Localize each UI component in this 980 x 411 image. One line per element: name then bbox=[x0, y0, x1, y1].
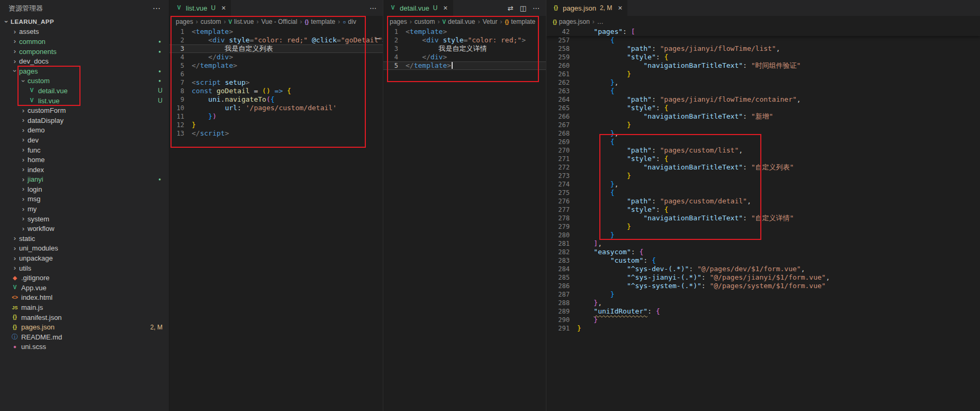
tree-item-workflow[interactable]: ›workflow bbox=[0, 224, 169, 234]
tree-item-customForm[interactable]: ›customForm bbox=[0, 105, 169, 115]
tree-item-static[interactable]: ›static bbox=[0, 234, 169, 244]
tree-item-list.vue[interactable]: Vlist.vueU bbox=[0, 96, 169, 106]
breadcrumb-item[interactable]: custom bbox=[201, 18, 221, 25]
code-line-12[interactable]: 12} bbox=[169, 121, 383, 129]
code-line-3[interactable]: 3 我是自定义详情 bbox=[383, 44, 546, 53]
tree-item-dev_docs[interactable]: ›dev_docs bbox=[0, 56, 169, 66]
code-line-4[interactable]: 4 </div> bbox=[383, 53, 546, 61]
code-line-289[interactable]: 289 "uniIdRouter": { bbox=[546, 307, 980, 316]
code-line-278[interactable]: 278 "navigationBarTitleText": "自定义详情" bbox=[546, 214, 980, 222]
more-actions-icon[interactable]: ⋯ bbox=[370, 4, 376, 12]
code-line-3[interactable]: 3 我是自定义列表 bbox=[169, 44, 383, 53]
tree-item-pages[interactable]: ›pages● bbox=[0, 66, 169, 76]
code-line-264[interactable]: 264 "path": "pages/jianyi/flowTime/conta… bbox=[546, 95, 980, 104]
close-icon[interactable]: × bbox=[443, 4, 447, 12]
code-line-282[interactable]: 282 "easycom": { bbox=[546, 248, 980, 256]
code-line-260[interactable]: 260 "navigationBarTitleText": "时间组件验证" bbox=[546, 61, 980, 70]
code-line-273[interactable]: 273 } bbox=[546, 172, 980, 180]
code-line-272[interactable]: 272 "navigationBarTitleText": "自定义列表" bbox=[546, 163, 980, 172]
tree-item-my[interactable]: ›my bbox=[0, 204, 169, 214]
code-line-287[interactable]: 287 } bbox=[546, 290, 980, 299]
code-line-288[interactable]: 288 }, bbox=[546, 299, 980, 307]
code-line-4[interactable]: 4 </div> bbox=[169, 53, 383, 61]
tree-item-components[interactable]: ›components● bbox=[0, 47, 169, 57]
tree-root-learun-app[interactable]: › LEARUN_APP bbox=[0, 17, 169, 27]
code-line-11[interactable]: 11 }) bbox=[169, 112, 383, 121]
code-line-7[interactable]: 7<script setup> bbox=[169, 78, 383, 87]
code-line-257[interactable]: 257 { bbox=[546, 36, 980, 44]
tree-item-uni_modules[interactable]: ›uni_modules bbox=[0, 244, 169, 254]
tree-item-index[interactable]: ›index bbox=[0, 165, 169, 175]
code-line-285[interactable]: 285 "^sys-jianyi-(.*)": "@/pages/jianyi/… bbox=[546, 273, 980, 282]
tree-item-.gitignore[interactable]: ◆.gitignore bbox=[0, 273, 169, 283]
tree-item-manifest.json[interactable]: {}manifest.json bbox=[0, 312, 169, 323]
tree-item-utils[interactable]: ›utils bbox=[0, 263, 169, 273]
breadcrumb-item[interactable]: {}template bbox=[505, 18, 535, 25]
code-line-2[interactable]: 2 <div style="color: red;"> bbox=[383, 36, 546, 44]
code-line-6[interactable]: 6 bbox=[169, 70, 383, 78]
code-line-286[interactable]: 286 "^sys-system-(.*)": "@/pages/system/… bbox=[546, 282, 980, 290]
code-line-1[interactable]: 1<template> bbox=[383, 28, 546, 36]
code-area[interactable]: 42 "pages": [257 {258 "path": "pages/jia… bbox=[546, 28, 980, 411]
breadcrumb-item[interactable]: Vdetail.vue bbox=[442, 18, 475, 25]
tree-item-login[interactable]: ›login bbox=[0, 184, 169, 194]
tab-list.vue[interactable]: Vlist.vueU× bbox=[169, 0, 231, 16]
code-line-266[interactable]: 266 "navigationBarTitleText": "新增" bbox=[546, 112, 980, 121]
code-line-291[interactable]: 291} bbox=[546, 324, 980, 333]
breadcrumb-item[interactable]: {}pages.json bbox=[553, 18, 590, 25]
tree-item-dev[interactable]: ›dev bbox=[0, 135, 169, 145]
code-line-261[interactable]: 261 } bbox=[546, 70, 980, 78]
tree-item-unpackage[interactable]: ›unpackage bbox=[0, 253, 169, 263]
tree-item-home[interactable]: ›home bbox=[0, 155, 169, 165]
tree-item-custom[interactable]: ›custom● bbox=[0, 76, 169, 86]
tree-item-index.html[interactable]: <>index.html bbox=[0, 293, 169, 303]
tree-item-pages.json[interactable]: {}pages.json2, M bbox=[0, 322, 169, 332]
tree-item-system[interactable]: ›system bbox=[0, 214, 169, 224]
code-line-268[interactable]: 268 }, bbox=[546, 129, 980, 138]
tree-item-assets[interactable]: ›assets bbox=[0, 27, 169, 37]
code-area[interactable]: 1<template>2 <div style="color: red;" @c… bbox=[169, 28, 383, 411]
code-line-258[interactable]: 258 "path": "pages/jianyi/flowTime/list"… bbox=[546, 44, 980, 53]
code-line-10[interactable]: 10 url: '/pages/custom/detail' bbox=[169, 104, 383, 112]
breadcrumb-item[interactable]: Vue - Official bbox=[261, 18, 297, 25]
tree-item-msg[interactable]: ›msg bbox=[0, 194, 169, 204]
code-line-42[interactable]: 42 "pages": [ bbox=[546, 28, 980, 36]
breadcrumb-item[interactable]: pages bbox=[176, 18, 193, 25]
tree-item-uni.scss[interactable]: ●uni.scss bbox=[0, 342, 169, 352]
tab-pages.json[interactable]: {}pages.json2, M× bbox=[546, 0, 627, 16]
code-line-259[interactable]: 259 "style": { bbox=[546, 53, 980, 61]
tree-item-detail.vue[interactable]: Vdetail.vueU bbox=[0, 86, 169, 96]
code-line-265[interactable]: 265 "style": { bbox=[546, 104, 980, 112]
code-line-2[interactable]: 2 <div style="color: red;" @click="goDet… bbox=[169, 36, 383, 44]
tree-item-demo[interactable]: ›demo bbox=[0, 126, 169, 136]
tab-detail.vue[interactable]: Vdetail.vueU× bbox=[383, 0, 453, 16]
code-line-5[interactable]: 5</template> bbox=[169, 61, 383, 70]
breadcrumb-item[interactable]: ○div bbox=[343, 18, 356, 25]
code-line-263[interactable]: 263 { bbox=[546, 87, 980, 95]
code-line-9[interactable]: 9 uni.navigateTo({ bbox=[169, 95, 383, 104]
tree-item-func[interactable]: ›func bbox=[0, 145, 169, 155]
breadcrumb-item[interactable]: Vetur bbox=[482, 18, 497, 25]
code-line-270[interactable]: 270 "path": "pages/custom/list", bbox=[546, 146, 980, 155]
more-actions-icon[interactable]: ⋯ bbox=[152, 4, 160, 13]
code-line-269[interactable]: 269 { bbox=[546, 138, 980, 146]
code-line-267[interactable]: 267 } bbox=[546, 121, 980, 129]
code-line-5[interactable]: 5</template> bbox=[383, 61, 546, 70]
tree-item-App.vue[interactable]: VApp.vue bbox=[0, 283, 169, 293]
code-line-13[interactable]: 13</script> bbox=[169, 129, 383, 138]
code-line-274[interactable]: 274 }, bbox=[546, 180, 980, 189]
code-line-284[interactable]: 284 "^sys-dev-(.*)": "@/pages/dev/$1/for… bbox=[546, 265, 980, 273]
code-line-262[interactable]: 262 }, bbox=[546, 78, 980, 87]
code-line-277[interactable]: 277 "style": { bbox=[546, 206, 980, 214]
code-area[interactable]: 1<template>2 <div style="color: red;">3 … bbox=[383, 28, 546, 411]
breadcrumb-item[interactable]: pages bbox=[390, 18, 407, 25]
tree-item-dataDisplay[interactable]: ›dataDisplay bbox=[0, 115, 169, 126]
code-line-1[interactable]: 1<template> bbox=[169, 28, 383, 36]
breadcrumb-item[interactable]: {}template bbox=[304, 18, 335, 25]
close-icon[interactable]: × bbox=[221, 4, 226, 12]
open-changes-icon[interactable]: ⇄ bbox=[508, 4, 514, 12]
code-line-275[interactable]: 275 { bbox=[546, 189, 980, 197]
split-editor-icon[interactable]: ◫ bbox=[520, 4, 526, 12]
code-line-290[interactable]: 290 } bbox=[546, 316, 980, 324]
code-line-276[interactable]: 276 "path": "pages/custom/detail", bbox=[546, 197, 980, 206]
